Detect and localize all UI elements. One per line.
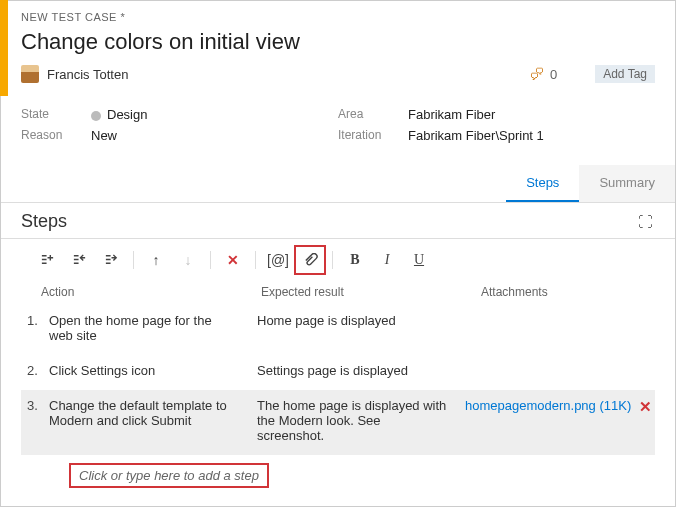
tab-steps[interactable]: Steps bbox=[506, 165, 579, 202]
breadcrumb: NEW TEST CASE * bbox=[21, 11, 655, 23]
steps-grid: 1. Open the home page for the web site H… bbox=[1, 305, 675, 488]
separator bbox=[133, 251, 134, 269]
step-number: 1. bbox=[27, 313, 49, 343]
step-action[interactable]: Open the home page for the web site bbox=[49, 313, 249, 343]
step-row[interactable]: 2. Click Settings icon Settings page is … bbox=[21, 355, 655, 390]
step-number: 3. bbox=[27, 398, 49, 443]
state-dot-icon bbox=[91, 111, 101, 121]
create-shared-steps-icon[interactable] bbox=[95, 245, 127, 275]
separator bbox=[210, 251, 211, 269]
step-attachments: homepagemodern.png (11K) ✕ bbox=[465, 398, 655, 443]
tab-bar: Steps Summary bbox=[1, 165, 675, 203]
assigned-to[interactable]: Francis Totten bbox=[47, 67, 522, 82]
col-action: Action bbox=[41, 285, 241, 299]
insert-parameter-icon[interactable]: [@] bbox=[262, 245, 294, 275]
add-attachment-icon[interactable] bbox=[294, 245, 326, 275]
work-item-header: NEW TEST CASE * Change colors on initial… bbox=[1, 1, 675, 93]
reason-value[interactable]: New bbox=[91, 128, 117, 143]
column-headers: Action Expected result Attachments bbox=[1, 281, 675, 305]
accent-bar bbox=[0, 0, 8, 96]
step-action[interactable]: Click Settings icon bbox=[49, 363, 249, 378]
step-attachments bbox=[465, 313, 655, 343]
col-attachments: Attachments bbox=[481, 285, 548, 299]
step-expected[interactable]: Settings page is displayed bbox=[257, 363, 457, 378]
italic-icon[interactable]: I bbox=[371, 245, 403, 275]
avatar[interactable] bbox=[21, 65, 39, 83]
move-up-icon[interactable]: ↑ bbox=[140, 245, 172, 275]
step-number: 2. bbox=[27, 363, 49, 378]
bold-icon[interactable]: B bbox=[339, 245, 371, 275]
reason-label: Reason bbox=[21, 128, 91, 143]
attachment-link[interactable]: homepagemodern.png (11K) bbox=[465, 398, 631, 413]
step-action[interactable]: Change the default template to Modern an… bbox=[49, 398, 249, 443]
underline-icon[interactable]: U bbox=[403, 245, 435, 275]
delete-step-icon[interactable]: ✕ bbox=[217, 245, 249, 275]
page-title[interactable]: Change colors on initial view bbox=[21, 29, 655, 55]
tab-summary[interactable]: Summary bbox=[579, 165, 675, 202]
remove-attachment-icon[interactable]: ✕ bbox=[639, 398, 652, 416]
discussion-icon: 🗪 bbox=[530, 66, 544, 82]
step-attachments bbox=[465, 363, 655, 378]
step-expected[interactable]: The home page is displayed with the Mode… bbox=[257, 398, 457, 443]
section-title: Steps bbox=[21, 211, 67, 232]
iteration-label: Iteration bbox=[338, 128, 408, 143]
separator bbox=[255, 251, 256, 269]
steps-toolbar: ↑ ↓ ✕ [@] B I U bbox=[1, 239, 675, 281]
new-step-input[interactable]: Click or type here to add a step bbox=[69, 463, 269, 488]
insert-shared-step-icon[interactable] bbox=[63, 245, 95, 275]
meta-fields: State Design Reason New Area Fabrikam Fi… bbox=[1, 93, 675, 165]
step-expected[interactable]: Home page is displayed bbox=[257, 313, 457, 343]
insert-step-icon[interactable] bbox=[31, 245, 63, 275]
add-tag-button[interactable]: Add Tag bbox=[595, 65, 655, 83]
step-row[interactable]: 1. Open the home page for the web site H… bbox=[21, 305, 655, 355]
step-row[interactable]: 3. Change the default template to Modern… bbox=[21, 390, 655, 455]
separator bbox=[332, 251, 333, 269]
discussion-count: 0 bbox=[550, 67, 557, 82]
area-label: Area bbox=[338, 107, 408, 122]
state-value[interactable]: Design bbox=[91, 107, 147, 122]
state-label: State bbox=[21, 107, 91, 122]
move-down-icon[interactable]: ↓ bbox=[172, 245, 204, 275]
maximize-icon[interactable]: ⛶ bbox=[638, 213, 655, 230]
area-value[interactable]: Fabrikam Fiber bbox=[408, 107, 495, 122]
col-expected: Expected result bbox=[261, 285, 461, 299]
discussion-link[interactable]: 🗪 0 bbox=[530, 66, 557, 82]
iteration-value[interactable]: Fabrikam Fiber\Sprint 1 bbox=[408, 128, 544, 143]
